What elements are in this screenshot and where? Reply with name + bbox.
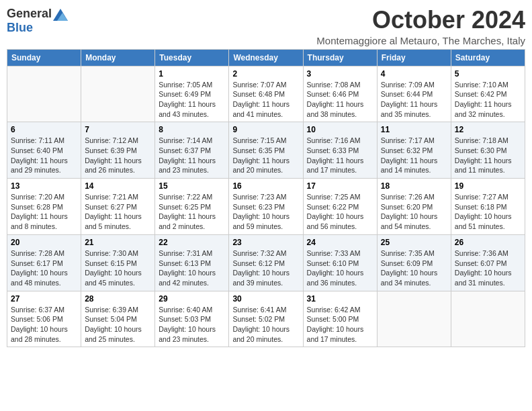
- day-header-thursday: Thursday: [303, 49, 377, 66]
- day-number: 21: [85, 238, 151, 247]
- day-number: 31: [307, 294, 373, 304]
- logo-general-text: General: [7, 7, 52, 21]
- calendar-cell: 25Sunrise: 7:35 AM Sunset: 6:09 PM Dayli…: [377, 234, 451, 291]
- logo: General Blue: [7, 7, 68, 35]
- location-title: Montemaggiore al Metauro, The Marches, I…: [316, 35, 525, 46]
- day-info: Sunrise: 7:18 AM Sunset: 6:30 PM Dayligh…: [455, 136, 521, 175]
- calendar-cell: 22Sunrise: 7:31 AM Sunset: 6:13 PM Dayli…: [155, 234, 229, 291]
- day-number: 9: [232, 125, 299, 134]
- week-row-1: 1Sunrise: 7:05 AM Sunset: 6:49 PM Daylig…: [7, 66, 525, 122]
- calendar-cell: 10Sunrise: 7:16 AM Sunset: 6:33 PM Dayli…: [303, 122, 377, 179]
- day-info: Sunrise: 7:33 AM Sunset: 6:10 PM Dayligh…: [307, 248, 373, 288]
- calendar-cell: 23Sunrise: 7:32 AM Sunset: 6:12 PM Dayli…: [229, 234, 303, 291]
- day-info: Sunrise: 7:14 AM Sunset: 6:37 PM Dayligh…: [159, 136, 225, 175]
- day-info: Sunrise: 7:21 AM Sunset: 6:27 PM Dayligh…: [85, 192, 151, 232]
- calendar-cell: [81, 66, 155, 122]
- day-number: 1: [159, 69, 225, 79]
- calendar-cell: 13Sunrise: 7:20 AM Sunset: 6:28 PM Dayli…: [7, 179, 81, 235]
- header: General Blue October 2024 Montemaggiore …: [7, 7, 525, 46]
- day-number: 2: [232, 69, 299, 79]
- day-header-sunday: Sunday: [7, 49, 81, 66]
- day-number: 17: [307, 181, 373, 191]
- day-number: 8: [159, 125, 225, 134]
- day-info: Sunrise: 7:32 AM Sunset: 6:12 PM Dayligh…: [232, 248, 299, 288]
- day-number: 28: [85, 294, 151, 304]
- calendar-cell: 4Sunrise: 7:09 AM Sunset: 6:44 PM Daylig…: [377, 66, 451, 122]
- day-number: 10: [307, 125, 373, 134]
- calendar-cell: [451, 291, 525, 347]
- day-number: 30: [232, 294, 299, 304]
- day-info: Sunrise: 7:27 AM Sunset: 6:18 PM Dayligh…: [455, 192, 521, 232]
- day-info: Sunrise: 7:17 AM Sunset: 6:32 PM Dayligh…: [381, 136, 447, 175]
- day-number: 25: [381, 238, 447, 247]
- day-header-saturday: Saturday: [451, 49, 525, 66]
- title-area: October 2024 Montemaggiore al Metauro, T…: [316, 7, 525, 46]
- day-info: Sunrise: 6:37 AM Sunset: 5:06 PM Dayligh…: [11, 305, 77, 345]
- calendar-cell: 14Sunrise: 7:21 AM Sunset: 6:27 PM Dayli…: [81, 179, 155, 235]
- logo-blue-text: Blue: [7, 21, 33, 34]
- calendar-cell: 16Sunrise: 7:23 AM Sunset: 6:23 PM Dayli…: [229, 179, 303, 235]
- day-info: Sunrise: 6:42 AM Sunset: 5:00 PM Dayligh…: [307, 305, 373, 345]
- day-number: 29: [159, 294, 225, 304]
- calendar-cell: 1Sunrise: 7:05 AM Sunset: 6:49 PM Daylig…: [155, 66, 229, 122]
- day-number: 27: [11, 294, 77, 304]
- day-info: Sunrise: 7:12 AM Sunset: 6:39 PM Dayligh…: [85, 136, 151, 175]
- day-info: Sunrise: 7:05 AM Sunset: 6:49 PM Dayligh…: [159, 80, 225, 120]
- day-number: 7: [85, 125, 151, 134]
- calendar-cell: 28Sunrise: 6:39 AM Sunset: 5:04 PM Dayli…: [81, 291, 155, 347]
- day-info: Sunrise: 7:10 AM Sunset: 6:42 PM Dayligh…: [455, 80, 521, 120]
- calendar-cell: 30Sunrise: 6:41 AM Sunset: 5:02 PM Dayli…: [229, 291, 303, 347]
- calendar-cell: 27Sunrise: 6:37 AM Sunset: 5:06 PM Dayli…: [7, 291, 81, 347]
- calendar: SundayMondayTuesdayWednesdayThursdayFrid…: [7, 49, 525, 348]
- day-header-monday: Monday: [81, 49, 155, 66]
- day-info: Sunrise: 7:16 AM Sunset: 6:33 PM Dayligh…: [307, 136, 373, 175]
- logo-icon: [53, 9, 68, 21]
- day-header-tuesday: Tuesday: [155, 49, 229, 66]
- week-row-4: 20Sunrise: 7:28 AM Sunset: 6:17 PM Dayli…: [7, 234, 525, 291]
- header-row: SundayMondayTuesdayWednesdayThursdayFrid…: [7, 49, 525, 66]
- day-info: Sunrise: 7:31 AM Sunset: 6:13 PM Dayligh…: [159, 248, 225, 288]
- day-number: 14: [85, 181, 151, 191]
- day-number: 4: [381, 69, 447, 79]
- day-info: Sunrise: 7:22 AM Sunset: 6:25 PM Dayligh…: [159, 192, 225, 232]
- day-info: Sunrise: 6:41 AM Sunset: 5:02 PM Dayligh…: [232, 305, 299, 345]
- calendar-cell: 18Sunrise: 7:26 AM Sunset: 6:20 PM Dayli…: [377, 179, 451, 235]
- calendar-cell: 5Sunrise: 7:10 AM Sunset: 6:42 PM Daylig…: [451, 66, 525, 122]
- calendar-cell: 24Sunrise: 7:33 AM Sunset: 6:10 PM Dayli…: [303, 234, 377, 291]
- day-header-friday: Friday: [377, 49, 451, 66]
- calendar-cell: 12Sunrise: 7:18 AM Sunset: 6:30 PM Dayli…: [451, 122, 525, 179]
- day-info: Sunrise: 7:09 AM Sunset: 6:44 PM Dayligh…: [381, 80, 447, 120]
- calendar-cell: [377, 291, 451, 347]
- day-info: Sunrise: 7:15 AM Sunset: 6:35 PM Dayligh…: [232, 136, 299, 175]
- calendar-cell: 9Sunrise: 7:15 AM Sunset: 6:35 PM Daylig…: [229, 122, 303, 179]
- day-info: Sunrise: 7:25 AM Sunset: 6:22 PM Dayligh…: [307, 192, 373, 232]
- calendar-cell: 11Sunrise: 7:17 AM Sunset: 6:32 PM Dayli…: [377, 122, 451, 179]
- day-header-wednesday: Wednesday: [229, 49, 303, 66]
- day-info: Sunrise: 7:23 AM Sunset: 6:23 PM Dayligh…: [232, 192, 299, 232]
- day-number: 26: [455, 238, 521, 247]
- day-info: Sunrise: 7:36 AM Sunset: 6:07 PM Dayligh…: [455, 248, 521, 288]
- day-info: Sunrise: 7:08 AM Sunset: 6:46 PM Dayligh…: [307, 80, 373, 120]
- calendar-cell: 19Sunrise: 7:27 AM Sunset: 6:18 PM Dayli…: [451, 179, 525, 235]
- day-info: Sunrise: 7:30 AM Sunset: 6:15 PM Dayligh…: [85, 248, 151, 288]
- day-number: 19: [455, 181, 521, 191]
- day-number: 15: [159, 181, 225, 191]
- day-number: 13: [11, 181, 77, 191]
- calendar-cell: 7Sunrise: 7:12 AM Sunset: 6:39 PM Daylig…: [81, 122, 155, 179]
- week-row-3: 13Sunrise: 7:20 AM Sunset: 6:28 PM Dayli…: [7, 179, 525, 235]
- week-row-2: 6Sunrise: 7:11 AM Sunset: 6:40 PM Daylig…: [7, 122, 525, 179]
- calendar-cell: 8Sunrise: 7:14 AM Sunset: 6:37 PM Daylig…: [155, 122, 229, 179]
- calendar-cell: 21Sunrise: 7:30 AM Sunset: 6:15 PM Dayli…: [81, 234, 155, 291]
- day-info: Sunrise: 7:11 AM Sunset: 6:40 PM Dayligh…: [11, 136, 77, 175]
- day-number: 3: [307, 69, 373, 79]
- calendar-cell: 15Sunrise: 7:22 AM Sunset: 6:25 PM Dayli…: [155, 179, 229, 235]
- day-number: 22: [159, 238, 225, 247]
- calendar-cell: 2Sunrise: 7:07 AM Sunset: 6:48 PM Daylig…: [229, 66, 303, 122]
- day-info: Sunrise: 7:07 AM Sunset: 6:48 PM Dayligh…: [232, 80, 299, 120]
- calendar-cell: 29Sunrise: 6:40 AM Sunset: 5:03 PM Dayli…: [155, 291, 229, 347]
- day-number: 11: [381, 125, 447, 134]
- calendar-cell: 3Sunrise: 7:08 AM Sunset: 6:46 PM Daylig…: [303, 66, 377, 122]
- calendar-cell: 6Sunrise: 7:11 AM Sunset: 6:40 PM Daylig…: [7, 122, 81, 179]
- day-number: 16: [232, 181, 299, 191]
- day-number: 18: [381, 181, 447, 191]
